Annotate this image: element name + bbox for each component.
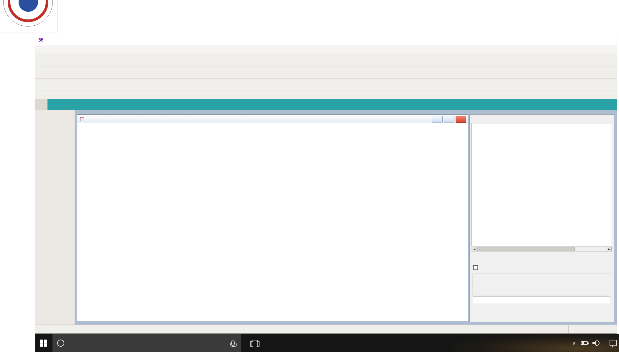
structure-drawing [77, 123, 468, 320]
assignment-method-group [472, 274, 611, 295]
page-sidebar [45, 110, 75, 325]
model-restore-button[interactable] [444, 116, 454, 123]
tree-horizontal-scrollbar[interactable]: ◀ ▶ [472, 246, 612, 252]
load-tree [472, 123, 612, 246]
title-bar: ⚒ [35, 35, 617, 45]
start-button[interactable] [35, 334, 52, 352]
mdi-client-area: ◫ ◀ ▶ [75, 110, 617, 325]
action-center-icon[interactable] [610, 340, 617, 346]
model-minimize-button[interactable] [432, 116, 443, 123]
status-mode [468, 325, 501, 333]
left-icon-strip [35, 110, 45, 325]
status-load-case [501, 325, 569, 333]
staad-app-icon: ⚒ [37, 37, 44, 43]
status-bar [35, 325, 617, 333]
model-window: ◫ [77, 114, 468, 321]
model-window-icon: ◫ [79, 116, 85, 122]
scroll-right-arrow[interactable]: ▶ [607, 247, 612, 251]
minimize-button[interactable] [560, 35, 573, 45]
toolbar-row-1 [35, 53, 617, 67]
model-window-titlebar: ◫ [77, 115, 468, 123]
cortana-icon [57, 340, 64, 347]
assignment-list-input[interactable] [473, 297, 610, 304]
status-input-units [569, 325, 617, 333]
journal-logo [0, 0, 58, 32]
toolbar-row-4 [35, 90, 617, 99]
maximize-button[interactable] [579, 35, 592, 45]
scroll-left-arrow[interactable]: ◀ [472, 247, 477, 251]
toolbar-row-2 [35, 67, 617, 79]
model-close-button[interactable] [456, 116, 466, 123]
tray-chevron-icon[interactable]: ∧ [572, 340, 576, 346]
microphone-icon[interactable] [231, 340, 235, 346]
battery-icon[interactable] [581, 341, 588, 345]
staad-window: ⚒ ◫ [35, 35, 617, 334]
task-view-icon [252, 340, 258, 346]
panel-title [470, 115, 614, 123]
toolbar-row-3 [35, 79, 617, 90]
main-area: ◫ ◀ ▶ [35, 110, 617, 325]
windows-taskbar: ∧ [35, 334, 619, 352]
menu-bar [35, 45, 617, 53]
model-viewport[interactable] [77, 123, 468, 321]
panel-close-icon[interactable] [606, 116, 612, 122]
mode-tab-bar [35, 99, 617, 110]
close-button[interactable] [598, 35, 611, 45]
task-view-button[interactable] [246, 334, 264, 352]
taskbar-search[interactable] [52, 334, 241, 352]
system-tray: ∧ [572, 334, 619, 352]
status-help-text [35, 325, 468, 333]
scroll-thumb[interactable] [477, 247, 575, 251]
toggle-load-row[interactable] [473, 265, 480, 270]
mode-bar-notch [35, 99, 47, 110]
load-definition-panel: ◀ ▶ [469, 114, 614, 322]
mode-tabs [47, 99, 617, 110]
toggle-load-checkbox[interactable] [473, 265, 478, 270]
windows-logo-icon [40, 340, 47, 347]
speaker-icon[interactable] [592, 340, 600, 346]
logo-circle [3, 0, 53, 27]
